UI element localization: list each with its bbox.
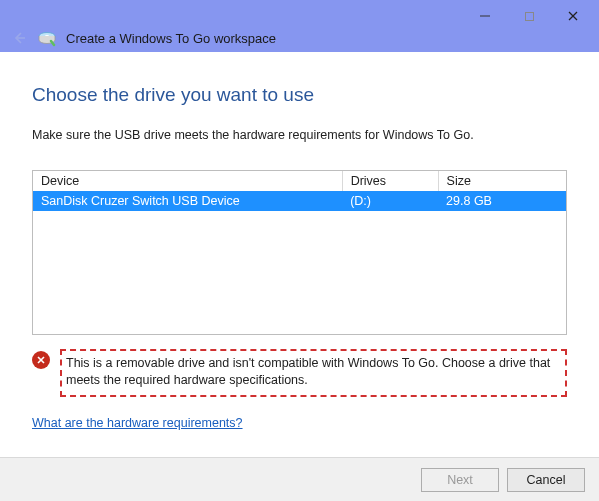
header-device[interactable]: Device [33,171,342,191]
maximize-button[interactable] [517,4,541,28]
svg-rect-1 [525,12,533,20]
cell-device: SanDisk Cruzer Switch USB Device [33,191,342,211]
next-button[interactable]: Next [421,468,499,492]
error-row: This is a removable drive and isn't comp… [32,349,567,397]
content-area: Choose the drive you want to use Make su… [0,52,599,430]
cancel-button[interactable]: Cancel [507,468,585,492]
back-arrow-icon[interactable] [10,29,28,47]
cell-drives: (D:) [342,191,438,211]
footer-bar: Next Cancel [0,457,599,501]
header-size[interactable]: Size [438,171,566,191]
page-heading: Choose the drive you want to use [32,84,567,106]
error-message: This is a removable drive and isn't comp… [60,349,567,397]
minimize-button[interactable] [473,4,497,28]
window-controls [473,0,591,30]
header-row: Create a Windows To Go workspace [10,27,276,49]
disk-drive-icon [36,27,58,49]
link-row: What are the hardware requirements? [32,415,567,430]
hardware-requirements-link[interactable]: What are the hardware requirements? [32,416,243,430]
window-title: Create a Windows To Go workspace [66,31,276,46]
close-button[interactable] [561,4,585,28]
instruction-text: Make sure the USB drive meets the hardwa… [32,128,567,142]
drive-table: Device Drives Size SanDisk Cruzer Switch… [32,170,567,335]
cell-size: 29.8 GB [438,191,566,211]
header-drives[interactable]: Drives [342,171,438,191]
table-header-row: Device Drives Size [33,171,566,191]
table-row[interactable]: SanDisk Cruzer Switch USB Device (D:) 29… [33,191,566,211]
error-icon [32,351,50,369]
